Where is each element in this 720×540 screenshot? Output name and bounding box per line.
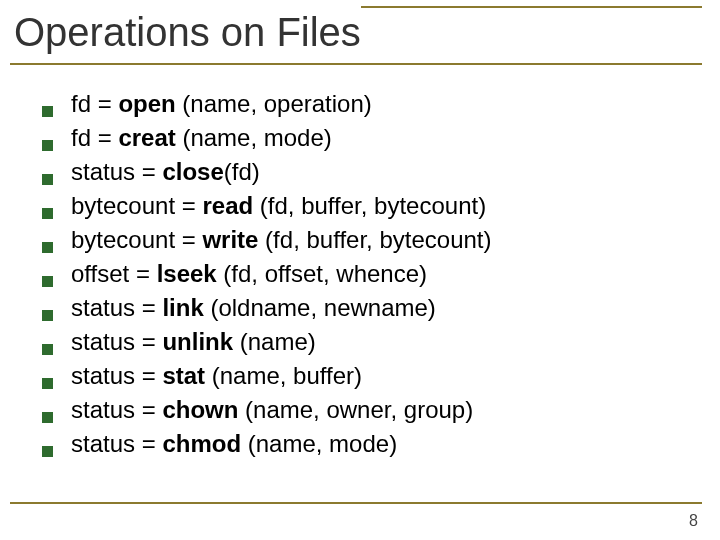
item-lhs: offset = — [71, 260, 157, 287]
item-fn: creat — [118, 124, 175, 151]
list-item: offset = lseek (fd, offset, whence) — [42, 260, 680, 288]
list-item: status = link (oldname, newname) — [42, 294, 680, 322]
item-fn: link — [162, 294, 203, 321]
item-fn: stat — [162, 362, 205, 389]
list-item: status = close(fd) — [42, 158, 680, 186]
item-lhs: status = — [71, 430, 162, 457]
slide: Operations on Files fd = open (name, ope… — [0, 0, 720, 540]
bullet-icon — [42, 276, 53, 287]
bullet-icon — [42, 344, 53, 355]
bullet-icon — [42, 140, 53, 151]
bullet-list: fd = open (name, operation) fd = creat (… — [42, 90, 680, 464]
item-fn: read — [202, 192, 253, 219]
item-fn: open — [118, 90, 175, 117]
list-item-text: bytecount = read (fd, buffer, bytecount) — [71, 192, 486, 220]
item-args: (name, operation) — [176, 90, 372, 117]
list-item-text: offset = lseek (fd, offset, whence) — [71, 260, 427, 288]
item-lhs: status = — [71, 362, 162, 389]
list-item: fd = open (name, operation) — [42, 90, 680, 118]
bullet-icon — [42, 378, 53, 389]
item-args: (name, owner, group) — [238, 396, 473, 423]
bullet-icon — [42, 446, 53, 457]
item-fn: unlink — [162, 328, 233, 355]
item-args: (name, mode) — [176, 124, 332, 151]
list-item-text: status = stat (name, buffer) — [71, 362, 362, 390]
list-item: status = unlink (name) — [42, 328, 680, 356]
item-args: (fd) — [224, 158, 260, 185]
list-item-text: bytecount = write (fd, buffer, bytecount… — [71, 226, 491, 254]
item-lhs: bytecount = — [71, 192, 202, 219]
list-item: bytecount = read (fd, buffer, bytecount) — [42, 192, 680, 220]
bullet-icon — [42, 208, 53, 219]
item-fn: chmod — [162, 430, 241, 457]
slide-title: Operations on Files — [10, 6, 361, 57]
list-item-text: status = chmod (name, mode) — [71, 430, 397, 458]
item-lhs: fd = — [71, 90, 118, 117]
list-item-text: status = close(fd) — [71, 158, 260, 186]
list-item-text: fd = creat (name, mode) — [71, 124, 332, 152]
bullet-icon — [42, 412, 53, 423]
item-fn: lseek — [157, 260, 217, 287]
item-fn: close — [162, 158, 223, 185]
item-lhs: status = — [71, 396, 162, 423]
item-args: (name) — [233, 328, 316, 355]
bullet-icon — [42, 174, 53, 185]
list-item: fd = creat (name, mode) — [42, 124, 680, 152]
list-item: status = stat (name, buffer) — [42, 362, 680, 390]
list-item: status = chown (name, owner, group) — [42, 396, 680, 424]
item-args: (name, mode) — [241, 430, 397, 457]
item-fn: write — [202, 226, 258, 253]
list-item-text: status = unlink (name) — [71, 328, 316, 356]
list-item: bytecount = write (fd, buffer, bytecount… — [42, 226, 680, 254]
list-item: status = chmod (name, mode) — [42, 430, 680, 458]
title-container: Operations on Files — [10, 6, 702, 65]
item-lhs: status = — [71, 328, 162, 355]
list-item-text: fd = open (name, operation) — [71, 90, 372, 118]
item-args: (oldname, newname) — [204, 294, 436, 321]
footer-rule — [10, 502, 702, 504]
bullet-icon — [42, 242, 53, 253]
item-args: (fd, buffer, bytecount) — [253, 192, 486, 219]
item-args: (fd, offset, whence) — [217, 260, 427, 287]
item-lhs: status = — [71, 158, 162, 185]
list-item-text: status = chown (name, owner, group) — [71, 396, 473, 424]
bullet-icon — [42, 310, 53, 321]
item-args: (fd, buffer, bytecount) — [258, 226, 491, 253]
item-lhs: status = — [71, 294, 162, 321]
item-args: (name, buffer) — [205, 362, 362, 389]
item-lhs: fd = — [71, 124, 118, 151]
item-fn: chown — [162, 396, 238, 423]
item-lhs: bytecount = — [71, 226, 202, 253]
page-number: 8 — [689, 512, 698, 530]
list-item-text: status = link (oldname, newname) — [71, 294, 436, 322]
bullet-icon — [42, 106, 53, 117]
